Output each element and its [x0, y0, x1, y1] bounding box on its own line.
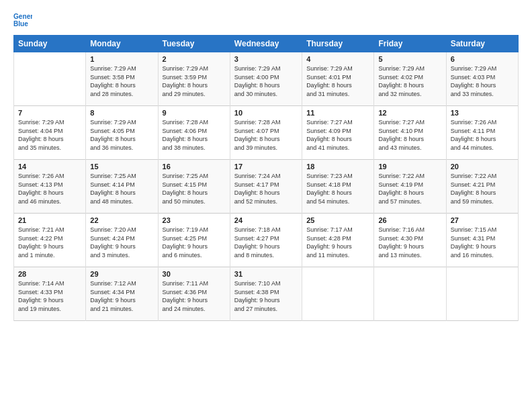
day-cell: 15Sunrise: 7:25 AM Sunset: 4:14 PM Dayli…: [86, 160, 158, 214]
day-cell: 21Sunrise: 7:21 AM Sunset: 4:22 PM Dayli…: [14, 214, 86, 267]
day-content: Sunrise: 7:29 AM Sunset: 3:59 PM Dayligh…: [163, 64, 226, 98]
day-content: Sunrise: 7:29 AM Sunset: 3:58 PM Dayligh…: [90, 64, 153, 98]
day-number: 7: [18, 109, 81, 117]
day-number: 23: [163, 216, 226, 224]
day-content: Sunrise: 7:29 AM Sunset: 4:03 PM Dayligh…: [451, 64, 514, 98]
day-number: 27: [451, 216, 514, 224]
header: General Blue: [13, 11, 519, 30]
day-content: Sunrise: 7:16 AM Sunset: 4:30 PM Dayligh…: [378, 226, 441, 259]
day-number: 24: [234, 216, 298, 224]
week-row-3: 14Sunrise: 7:26 AM Sunset: 4:13 PM Dayli…: [14, 160, 519, 214]
day-number: 25: [306, 216, 369, 224]
day-cell: 25Sunrise: 7:17 AM Sunset: 4:28 PM Dayli…: [302, 214, 374, 267]
day-content: Sunrise: 7:29 AM Sunset: 4:00 PM Dayligh…: [234, 64, 298, 98]
day-cell: 11Sunrise: 7:27 AM Sunset: 4:09 PM Dayli…: [302, 106, 374, 160]
day-content: Sunrise: 7:25 AM Sunset: 4:15 PM Dayligh…: [163, 172, 226, 205]
day-number: 15: [90, 163, 153, 171]
day-cell: 26Sunrise: 7:16 AM Sunset: 4:30 PM Dayli…: [374, 214, 446, 267]
day-number: 14: [18, 163, 81, 171]
day-number: 16: [163, 163, 226, 171]
svg-text:General: General: [13, 13, 32, 20]
day-number: 1: [90, 55, 153, 63]
day-number: 4: [306, 55, 369, 63]
day-content: Sunrise: 7:29 AM Sunset: 4:04 PM Dayligh…: [18, 118, 81, 152]
day-cell: [374, 267, 446, 321]
day-number: 18: [306, 163, 369, 171]
day-content: Sunrise: 7:10 AM Sunset: 4:38 PM Dayligh…: [234, 279, 298, 313]
col-header-sunday: Sunday: [14, 36, 86, 52]
day-cell: 14Sunrise: 7:26 AM Sunset: 4:13 PM Dayli…: [14, 160, 86, 214]
day-number: 31: [234, 270, 298, 278]
col-header-monday: Monday: [86, 36, 158, 52]
day-number: 17: [234, 163, 298, 171]
day-cell: 22Sunrise: 7:20 AM Sunset: 4:24 PM Dayli…: [86, 214, 158, 267]
day-content: Sunrise: 7:29 AM Sunset: 4:02 PM Dayligh…: [378, 64, 441, 98]
day-number: 26: [378, 216, 441, 224]
day-content: Sunrise: 7:21 AM Sunset: 4:22 PM Dayligh…: [18, 226, 81, 259]
day-content: Sunrise: 7:14 AM Sunset: 4:33 PM Dayligh…: [18, 279, 81, 313]
day-cell: 30Sunrise: 7:11 AM Sunset: 4:36 PM Dayli…: [158, 267, 230, 321]
day-cell: 3Sunrise: 7:29 AM Sunset: 4:00 PM Daylig…: [230, 52, 302, 106]
calendar-table: SundayMondayTuesdayWednesdayThursdayFrid…: [13, 35, 519, 321]
day-content: Sunrise: 7:23 AM Sunset: 4:18 PM Dayligh…: [306, 172, 369, 205]
day-content: Sunrise: 7:27 AM Sunset: 4:10 PM Dayligh…: [378, 118, 441, 152]
day-content: Sunrise: 7:22 AM Sunset: 4:19 PM Dayligh…: [378, 172, 441, 205]
day-cell: 23Sunrise: 7:19 AM Sunset: 4:25 PM Dayli…: [158, 214, 230, 267]
day-cell: 16Sunrise: 7:25 AM Sunset: 4:15 PM Dayli…: [158, 160, 230, 214]
logo-icon: General Blue: [13, 11, 32, 30]
day-cell: 13Sunrise: 7:26 AM Sunset: 4:11 PM Dayli…: [446, 106, 518, 160]
day-cell: 17Sunrise: 7:24 AM Sunset: 4:17 PM Dayli…: [230, 160, 302, 214]
day-content: Sunrise: 7:24 AM Sunset: 4:17 PM Dayligh…: [234, 172, 298, 205]
day-number: 9: [163, 109, 226, 117]
day-cell: 7Sunrise: 7:29 AM Sunset: 4:04 PM Daylig…: [14, 106, 86, 160]
day-content: Sunrise: 7:20 AM Sunset: 4:24 PM Dayligh…: [90, 226, 153, 259]
day-cell: 2Sunrise: 7:29 AM Sunset: 3:59 PM Daylig…: [158, 52, 230, 106]
day-cell: 5Sunrise: 7:29 AM Sunset: 4:02 PM Daylig…: [374, 52, 446, 106]
day-cell: [302, 267, 374, 321]
header-row: SundayMondayTuesdayWednesdayThursdayFrid…: [14, 36, 519, 52]
week-row-1: 1Sunrise: 7:29 AM Sunset: 3:58 PM Daylig…: [14, 52, 519, 106]
day-number: 3: [234, 55, 298, 63]
day-cell: 18Sunrise: 7:23 AM Sunset: 4:18 PM Dayli…: [302, 160, 374, 214]
col-header-wednesday: Wednesday: [230, 36, 302, 52]
week-row-5: 28Sunrise: 7:14 AM Sunset: 4:33 PM Dayli…: [14, 267, 519, 321]
day-cell: 12Sunrise: 7:27 AM Sunset: 4:10 PM Dayli…: [374, 106, 446, 160]
day-number: 12: [378, 109, 441, 117]
day-cell: 27Sunrise: 7:15 AM Sunset: 4:31 PM Dayli…: [446, 214, 518, 267]
page: General Blue SundayMondayTuesdayWednesda…: [0, 0, 532, 411]
day-cell: 31Sunrise: 7:10 AM Sunset: 4:38 PM Dayli…: [230, 267, 302, 321]
logo: General Blue: [13, 11, 35, 30]
day-cell: 20Sunrise: 7:22 AM Sunset: 4:21 PM Dayli…: [446, 160, 518, 214]
day-number: 6: [451, 55, 514, 63]
day-content: Sunrise: 7:12 AM Sunset: 4:34 PM Dayligh…: [90, 279, 153, 313]
day-content: Sunrise: 7:29 AM Sunset: 4:05 PM Dayligh…: [90, 118, 153, 152]
day-cell: 8Sunrise: 7:29 AM Sunset: 4:05 PM Daylig…: [86, 106, 158, 160]
svg-text:Blue: Blue: [13, 20, 28, 28]
day-cell: [14, 52, 86, 106]
day-content: Sunrise: 7:19 AM Sunset: 4:25 PM Dayligh…: [163, 226, 226, 259]
day-content: Sunrise: 7:26 AM Sunset: 4:13 PM Dayligh…: [18, 172, 81, 205]
day-cell: 28Sunrise: 7:14 AM Sunset: 4:33 PM Dayli…: [14, 267, 86, 321]
col-header-tuesday: Tuesday: [158, 36, 230, 52]
day-number: 19: [378, 163, 441, 171]
col-header-thursday: Thursday: [302, 36, 374, 52]
day-content: Sunrise: 7:26 AM Sunset: 4:11 PM Dayligh…: [451, 118, 514, 152]
day-content: Sunrise: 7:22 AM Sunset: 4:21 PM Dayligh…: [451, 172, 514, 205]
day-number: 11: [306, 109, 369, 117]
day-number: 8: [90, 109, 153, 117]
day-content: Sunrise: 7:15 AM Sunset: 4:31 PM Dayligh…: [451, 226, 514, 259]
day-cell: 6Sunrise: 7:29 AM Sunset: 4:03 PM Daylig…: [446, 52, 518, 106]
day-content: Sunrise: 7:11 AM Sunset: 4:36 PM Dayligh…: [163, 279, 226, 313]
day-cell: [446, 267, 518, 321]
day-number: 30: [163, 270, 226, 278]
day-number: 21: [18, 216, 81, 224]
day-cell: 29Sunrise: 7:12 AM Sunset: 4:34 PM Dayli…: [86, 267, 158, 321]
day-number: 2: [163, 55, 226, 63]
day-content: Sunrise: 7:27 AM Sunset: 4:09 PM Dayligh…: [306, 118, 369, 152]
day-content: Sunrise: 7:17 AM Sunset: 4:28 PM Dayligh…: [306, 226, 369, 259]
day-number: 10: [234, 109, 298, 117]
day-number: 13: [451, 109, 514, 117]
day-cell: 10Sunrise: 7:28 AM Sunset: 4:07 PM Dayli…: [230, 106, 302, 160]
day-content: Sunrise: 7:29 AM Sunset: 4:01 PM Dayligh…: [306, 64, 369, 98]
day-cell: 24Sunrise: 7:18 AM Sunset: 4:27 PM Dayli…: [230, 214, 302, 267]
